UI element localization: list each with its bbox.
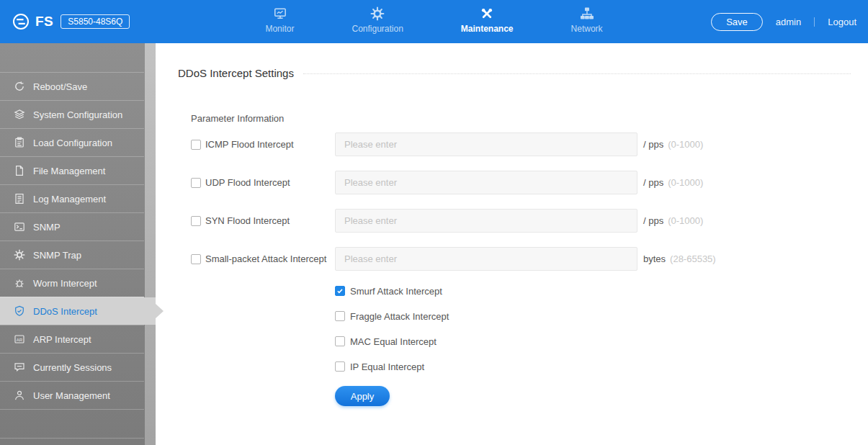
checkbox-icmp-flood-intercept[interactable] xyxy=(191,140,201,150)
chat-icon xyxy=(14,361,25,373)
sidebar-item-reboot-save[interactable]: Reboot/Save xyxy=(0,72,144,100)
network-icon xyxy=(580,6,594,21)
nav-label: Maintenance xyxy=(461,24,514,34)
sidebar-empty-rows xyxy=(0,409,144,445)
monitor-icon xyxy=(272,6,287,21)
file-icon xyxy=(14,165,25,176)
username: admin xyxy=(776,17,801,27)
row-checkbox-group[interactable]: Small-packet Attack Intercept xyxy=(191,253,335,264)
row-checkbox-group[interactable]: UDP Flood Intercept xyxy=(191,177,335,188)
header-bar: FS S5850-48S6Q MonitorConfigurationMaint… xyxy=(0,0,868,43)
nav-label: Monitor xyxy=(265,24,294,34)
body: Reboot/SaveSystem ConfigurationLoad Conf… xyxy=(0,43,868,445)
row-label: Small-packet Attack Intercept xyxy=(205,253,326,264)
range-hint: (0-1000) xyxy=(668,177,703,188)
checkbox-syn-flood-intercept[interactable] xyxy=(191,216,201,226)
checkbox-fraggle-attack-intercept[interactable] xyxy=(335,311,345,321)
sidebar-item-snmp-trap[interactable]: SNMP Trap xyxy=(0,241,144,269)
row-label: UDP Flood Intercept xyxy=(205,177,290,188)
toggle-ip-equal-intercept[interactable]: IP Equal Intercept xyxy=(335,361,851,372)
section-label: Parameter Information xyxy=(191,113,851,124)
input-syn-flood-intercept[interactable] xyxy=(335,209,637,233)
toggle-fraggle-attack-intercept[interactable]: Fraggle Attack Intercept xyxy=(335,310,851,322)
sidebar: Reboot/SaveSystem ConfigurationLoad Conf… xyxy=(0,43,156,445)
sidebar-item-label: Reboot/Save xyxy=(33,81,87,92)
wrench-icon xyxy=(480,6,494,21)
sidebar-item-user-management[interactable]: User Management xyxy=(0,381,144,409)
page-title-row: DDoS Intercept Settings xyxy=(178,67,851,79)
log-icon xyxy=(14,193,25,204)
arp-icon: AR xyxy=(14,333,25,345)
nav-item-configuration[interactable]: Configuration xyxy=(352,6,403,34)
toggle-label: Fraggle Attack Intercept xyxy=(350,311,449,322)
sidebar-item-worm-intercept[interactable]: Worm Intercept xyxy=(0,269,144,297)
input-icmp-flood-intercept[interactable] xyxy=(335,132,637,156)
header-nav: MonitorConfigurationMaintenanceNetwork xyxy=(265,6,602,34)
form-rows: ICMP Flood Intercept/ pps(0-1000)UDP Flo… xyxy=(191,132,851,271)
nav-label: Configuration xyxy=(352,24,403,34)
sidebar-item-label: User Management xyxy=(33,390,110,401)
fs-logo-icon xyxy=(12,12,30,31)
toggle-smurf-attack-intercept[interactable]: Smurf Attack Intercept xyxy=(335,285,851,297)
nav-item-maintenance[interactable]: Maintenance xyxy=(461,6,514,34)
sidebar-item-label: Currently Sessions xyxy=(33,362,112,373)
form-row-udp-flood-intercept: UDP Flood Intercept/ pps(0-1000) xyxy=(191,171,851,194)
toggle-list: Smurf Attack InterceptFraggle Attack Int… xyxy=(335,285,851,372)
sidebar-item-label: System Configuration xyxy=(33,109,122,120)
sidebar-item-label: Worm Intercept xyxy=(33,278,97,289)
gear-icon xyxy=(370,6,385,21)
sidebar-menu: Reboot/SaveSystem ConfigurationLoad Conf… xyxy=(0,72,144,409)
sidebar-item-arp-intercept[interactable]: ARARP Intercept xyxy=(0,325,144,353)
layers-icon xyxy=(14,109,25,120)
sidebar-item-label: File Management xyxy=(33,166,105,176)
svg-text:AR: AR xyxy=(17,338,23,342)
sidebar-item-file-management[interactable]: File Management xyxy=(0,156,144,184)
shield-icon xyxy=(14,305,25,317)
checkbox-ip-equal-intercept[interactable] xyxy=(335,361,345,372)
sidebar-item-label: SNMP Trap xyxy=(33,250,81,261)
form-row-icmp-flood-intercept: ICMP Flood Intercept/ pps(0-1000) xyxy=(191,132,851,156)
row-label: ICMP Flood Intercept xyxy=(205,139,294,150)
checkbox-small-packet-attack-intercept[interactable] xyxy=(191,254,201,264)
terminal-icon xyxy=(14,221,25,233)
sidebar-item-log-management[interactable]: Log Management xyxy=(0,184,144,212)
sidebar-item-system-configuration[interactable]: System Configuration xyxy=(0,100,144,128)
nav-item-monitor[interactable]: Monitor xyxy=(265,6,294,34)
clipboard-icon xyxy=(14,137,25,148)
gear-small-icon xyxy=(14,249,25,261)
logout-link[interactable]: Logout xyxy=(828,17,856,27)
row-checkbox-group[interactable]: ICMP Flood Intercept xyxy=(191,139,335,150)
toggle-mac-equal-intercept[interactable]: MAC Equal Intercept xyxy=(335,336,851,347)
sidebar-item-load-configuration[interactable]: Load Configuration xyxy=(0,128,144,156)
sidebar-item-label: Load Configuration xyxy=(33,138,112,148)
bug-icon xyxy=(14,277,25,289)
input-udp-flood-intercept[interactable] xyxy=(335,171,637,194)
sidebar-item-currently-sessions[interactable]: Currently Sessions xyxy=(0,353,144,381)
title-divider xyxy=(303,73,851,74)
range-hint: (0-1000) xyxy=(668,215,703,226)
nav-item-network[interactable]: Network xyxy=(571,6,603,34)
main-content: DDoS Intercept Settings Parameter Inform… xyxy=(156,43,868,445)
brand-name: FS xyxy=(35,14,53,30)
checkbox-mac-equal-intercept[interactable] xyxy=(335,336,345,346)
checkbox-udp-flood-intercept[interactable] xyxy=(191,178,201,188)
reboot-icon xyxy=(14,81,25,92)
checkbox-smurf-attack-intercept[interactable] xyxy=(335,286,345,296)
user-icon xyxy=(14,390,25,401)
unit-label: / pps xyxy=(643,177,663,188)
input-small-packet-attack-intercept[interactable] xyxy=(335,247,637,271)
page-title: DDoS Intercept Settings xyxy=(178,67,294,79)
sidebar-item-snmp[interactable]: SNMP xyxy=(0,212,144,241)
unit-label: / pps xyxy=(643,215,663,226)
apply-button[interactable]: Apply xyxy=(335,386,390,406)
brand: FS S5850-48S6Q xyxy=(0,12,156,31)
save-button[interactable]: Save xyxy=(711,13,763,31)
unit-label: bytes xyxy=(643,253,666,264)
header-right: Save admin Logout xyxy=(711,13,868,31)
row-checkbox-group[interactable]: SYN Flood Intercept xyxy=(191,215,335,226)
sidebar-item-label: Log Management xyxy=(33,194,106,204)
sidebar-item-ddos-intercept[interactable]: DDoS Intercept xyxy=(0,297,144,325)
form-row-syn-flood-intercept: SYN Flood Intercept/ pps(0-1000) xyxy=(191,209,851,233)
form-row-small-packet-attack-intercept: Small-packet Attack Interceptbytes(28-65… xyxy=(191,247,851,271)
device-model-badge: S5850-48S6Q xyxy=(61,14,130,29)
